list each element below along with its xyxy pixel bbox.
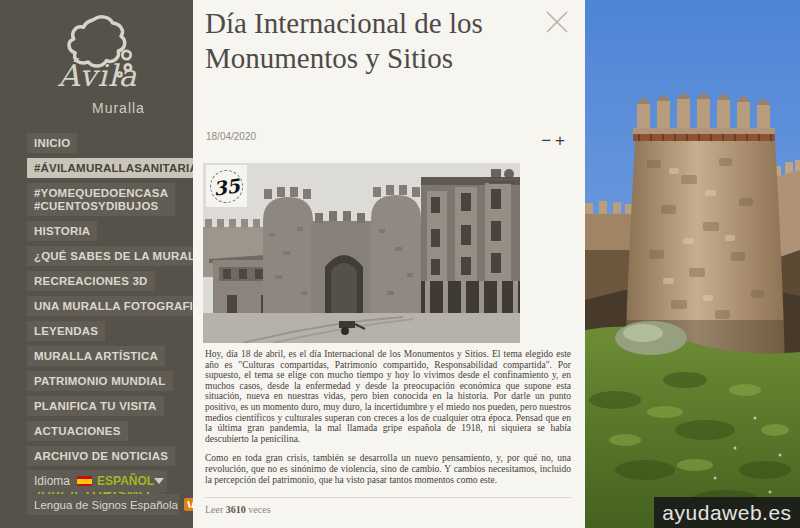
page-title: Día Internacional de los Monumentos y Si… [205,6,517,76]
sidebar-item-recreaciones-3d[interactable]: RECREACIONES 3D [27,271,155,291]
sign-language-link[interactable]: Lengua de Signos Española [27,494,179,515]
sign-language-label: Lengua de Signos Española [34,499,178,511]
chevron-down-icon [154,478,164,484]
close-icon[interactable] [543,8,571,36]
site-logo[interactable]: Ávila Muralla [0,0,193,128]
sidebar-item-planifica-visita[interactable]: PLANIFICA TU VISITA [27,396,164,416]
language-selector[interactable]: Idioma ESPAÑOL [27,470,167,492]
paragraph: Como en toda gran crisis, también se des… [205,453,571,485]
font-size-controls: −+ [541,131,569,151]
sidebar-item-historia[interactable]: HISTORIA [27,221,97,241]
logo-sub-text: Muralla [92,100,145,116]
sidebar-item-leyendas[interactable]: LEYENDAS [27,321,105,341]
divider [205,497,571,498]
sidebar-item-avilamurallasanitaria[interactable]: #ÁVILAMURALLASANITARIA [27,158,205,178]
language-value: ESPAÑOL [97,474,154,488]
sidebar-item-patrimonio-mundial[interactable]: PATRIMONIO MUNDIAL [27,371,173,391]
badge-ring: 35 [208,167,245,204]
watermark-label: ayudaweb.es [654,497,800,528]
font-increase-button[interactable]: + [555,131,569,150]
avila-wall-photo: ayudaweb.es [585,0,800,528]
article-date: 18/04/2020 [206,131,256,142]
sidebar-item-yomequedoencasa[interactable]: #YOMEQUEDOENCASA #CUENTOSYDIBUJOS [27,183,175,216]
article-photo-historic-gate[interactable]: 35 [203,163,520,343]
sidebar-item-archivo-noticias[interactable]: ARCHIVO DE NOTICIAS [27,446,175,466]
font-decrease-button[interactable]: − [541,131,555,150]
spain-flag-icon [77,476,92,486]
photo-number-badge: 35 [206,165,247,207]
read-count: Leer 3610 veces [205,504,571,515]
sidebar-nav: INICIO #ÁVILAMURALLASANITARIA #YOMEQUEDO… [27,133,187,507]
language-label: Idioma [34,474,70,488]
logo-brand-text: Ávila [58,58,137,93]
article-panel: Día Internacional de los Monumentos y Si… [193,0,585,528]
sidebar-item-actuaciones[interactable]: ACTUACIONES [27,421,128,441]
sidebar-item-muralla-artistica[interactable]: MURALLA ARTÍSTICA [27,346,165,366]
article-body: Hoy, día 18 de abril, es el día Internac… [205,349,571,528]
paragraph: Hoy, día 18 de abril, es el día Internac… [205,349,571,444]
sidebar-item-inicio[interactable]: INICIO [27,133,77,153]
sidebar: Ávila Muralla INICIO #ÁVILAMURALLASANITA… [0,0,193,528]
